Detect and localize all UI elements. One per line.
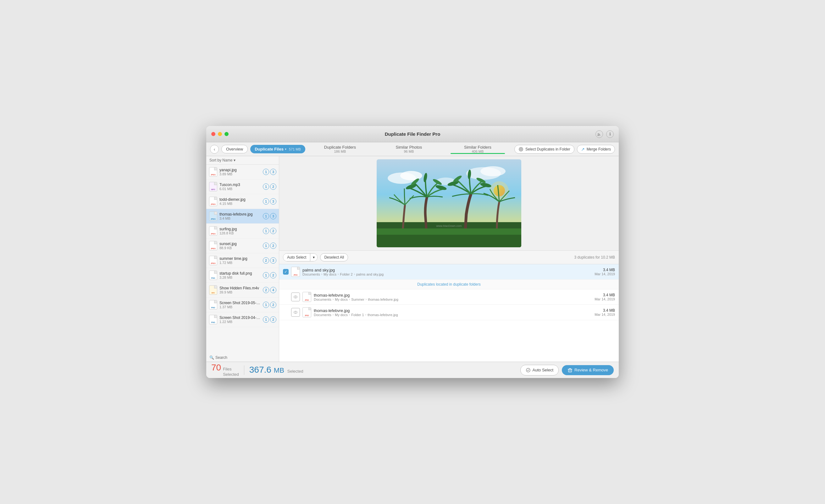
back-button[interactable]: ‹ — [210, 145, 219, 154]
tab-similar-photos[interactable]: Similar Photos 96 MB — [375, 145, 443, 153]
dup-file-icon: JPEG — [302, 307, 311, 317]
badge-2: 2 — [270, 302, 276, 308]
overview-button[interactable]: Overview — [221, 145, 248, 153]
badge-2: 4 — [270, 287, 276, 293]
list-item[interactable]: JPEG sunset.jpg 88.9 KB 1 2 — [206, 239, 279, 253]
file-name: Tuscon.mp3 — [219, 183, 261, 187]
dup-date: Mar 14, 2019 — [595, 272, 615, 276]
tab-similar-folders[interactable]: Similar Folders 406 MB — [444, 145, 512, 153]
minimize-button[interactable] — [218, 132, 222, 136]
list-item[interactable]: JPEG summer time.jpg 1.72 MB 2 3 — [206, 253, 279, 268]
list-item[interactable]: PNG Screen Shot 2019-05-16... 1.37 MB 1 … — [206, 298, 279, 312]
dup-info: thomas-lefebvre.jpg Documents › My docs … — [314, 293, 592, 301]
svg-rect-29 — [569, 369, 572, 372]
dup-meta: 3.4 MB Mar 14, 2019 — [595, 293, 615, 301]
auto-select-dropdown[interactable]: ▾ — [310, 254, 317, 261]
close-button[interactable] — [211, 132, 215, 136]
select-duplicates-label: Select Duplicates in Folder — [525, 147, 570, 152]
list-item[interactable]: JPEG surfing.jpg 128.8 KB 1 2 — [206, 224, 279, 239]
dup-folder-notice: Duplicates located in duplicate folders — [279, 280, 619, 289]
file-badges: 1 2 — [263, 228, 276, 234]
tab-similar-photos-size: 96 MB — [404, 150, 414, 153]
tab-duplicate-folders[interactable]: Duplicate Folders 186 MB — [306, 145, 374, 153]
mb-selected-num: 367.6 — [249, 365, 271, 375]
file-size: 128.8 KB — [219, 231, 261, 235]
mb-unit: MB — [274, 366, 284, 375]
list-item[interactable]: JPEG yanapi.jpg 3.89 MB 1 3 — [206, 165, 279, 179]
merge-folders-button[interactable]: ↗ Merge Folders — [577, 145, 615, 154]
file-badges: 1 3 — [263, 213, 276, 219]
list-item[interactable]: MP3 Tuscon.mp3 6.01 MB 1 2 — [206, 179, 279, 194]
review-remove-button[interactable]: Review & Remove — [562, 365, 614, 375]
list-item[interactable]: PNG startup disk full.png 3.28 MB 1 2 — [206, 268, 279, 283]
file-name: Screen Shot 2019-04-23... — [219, 316, 261, 320]
dup-filename: thomas-lefebvre.jpg — [314, 308, 592, 313]
dup-checkbox[interactable]: ✓ — [283, 269, 289, 275]
files-selected-label: FilesSelected — [223, 367, 239, 377]
auto-select-button[interactable]: Auto Select — [283, 254, 310, 261]
preview-icon[interactable] — [291, 292, 300, 301]
file-size: 3.4 MB — [219, 217, 261, 220]
tab-duplicate-files-size: 571 MB — [289, 147, 301, 151]
tab-duplicate-files[interactable]: Duplicate Files ▾ 571 MB — [250, 145, 305, 153]
dup-checkbox-placeholder — [283, 310, 289, 315]
target-icon — [518, 147, 523, 152]
dup-item[interactable]: ✓ JPEG palms and sky.jpg Documents › My … — [279, 264, 619, 280]
search-row[interactable]: 🔍 Search — [206, 353, 279, 362]
dup-path: Documents › My docs › Folder 2 › palms a… — [302, 272, 592, 276]
svg-point-26 — [295, 296, 297, 298]
list-item[interactable]: PNG Screen Shot 2019-04-23... 1.22 MB 1 … — [206, 312, 279, 327]
files-selected-num: 70 — [211, 362, 221, 373]
svg-point-8 — [480, 166, 506, 176]
badge-1: 1 — [263, 183, 269, 190]
file-badges: 1 3 — [263, 198, 276, 204]
badge-2: 3 — [270, 257, 276, 264]
preview-image-area: www.MacDown.com — [279, 156, 619, 250]
file-type-icon: MP3 — [209, 182, 218, 192]
dup-date: Mar 14, 2019 — [595, 313, 615, 316]
file-type-icon: JPEG — [209, 226, 218, 236]
auto-select-bottom-button[interactable]: Auto Select — [520, 365, 559, 375]
preview-icon[interactable] — [291, 308, 300, 317]
window-controls — [211, 132, 229, 136]
list-item[interactable]: JPEG todd-diemer.jpg 4.15 MB 1 3 — [206, 194, 279, 209]
bottom-bar: 70 FilesSelected 367.6 MB Selected Auto … — [206, 362, 619, 378]
tab-similar-folders-bar — [451, 153, 505, 154]
tab-duplicate-folders-label: Duplicate Folders — [324, 145, 356, 150]
toolbar: ‹ Overview Duplicate Files ▾ 571 MB Dupl… — [206, 142, 619, 156]
file-type-icon: JPEG — [209, 211, 218, 221]
badge-1: 1 — [263, 272, 269, 278]
merge-icon: ↗ — [581, 147, 585, 152]
file-name: yanapi.jpg — [219, 168, 261, 172]
file-name: thomas-lefebvre.jpg — [219, 212, 261, 217]
list-item[interactable]: JPEG thomas-lefebvre.jpg 3.4 MB 1 3 — [206, 209, 279, 224]
dup-filename: palms and sky.jpg — [302, 268, 592, 272]
maximize-button[interactable] — [224, 132, 229, 136]
badge-2: 2 — [270, 228, 276, 234]
select-duplicates-button[interactable]: Select Duplicates in Folder — [514, 145, 575, 154]
rss-icon-button[interactable] — [596, 131, 603, 138]
file-type-icon: PNG — [209, 315, 218, 325]
sort-header[interactable]: Sort by Name ▾ — [206, 156, 279, 165]
file-badges: 1 2 — [263, 183, 276, 190]
file-type-icon: JPEG — [209, 196, 218, 206]
auto-select-bottom-label: Auto Select — [533, 368, 554, 372]
svg-point-27 — [295, 312, 297, 313]
info-icon-button[interactable]: ℹ — [606, 131, 614, 138]
file-badges: 1 2 — [263, 302, 276, 308]
list-item[interactable]: M4V Show Hidden Files.m4v 39.9 MB 2 4 — [206, 283, 279, 298]
folder-notice-text: Duplicates located in duplicate folders — [417, 282, 480, 286]
tab-duplicate-folders-size: 186 MB — [334, 150, 346, 153]
dup-item[interactable]: JPEG thomas-lefebvre.jpg Documents › My … — [279, 289, 619, 305]
file-badges: 1 3 — [263, 169, 276, 175]
badge-1: 1 — [263, 228, 269, 234]
file-badges: 1 2 — [263, 243, 276, 249]
badge-2: 3 — [270, 213, 276, 219]
deselect-all-button[interactable]: Deselect All — [320, 253, 348, 261]
mb-selected-stat: 367.6 MB Selected — [249, 365, 303, 375]
file-info: yanapi.jpg 3.89 MB — [219, 168, 261, 176]
trash-icon — [568, 368, 573, 373]
file-badges: 1 2 — [263, 272, 276, 278]
badge-2: 2 — [270, 272, 276, 278]
dup-item[interactable]: JPEG thomas-lefebvre.jpg Documents › My … — [279, 305, 619, 320]
